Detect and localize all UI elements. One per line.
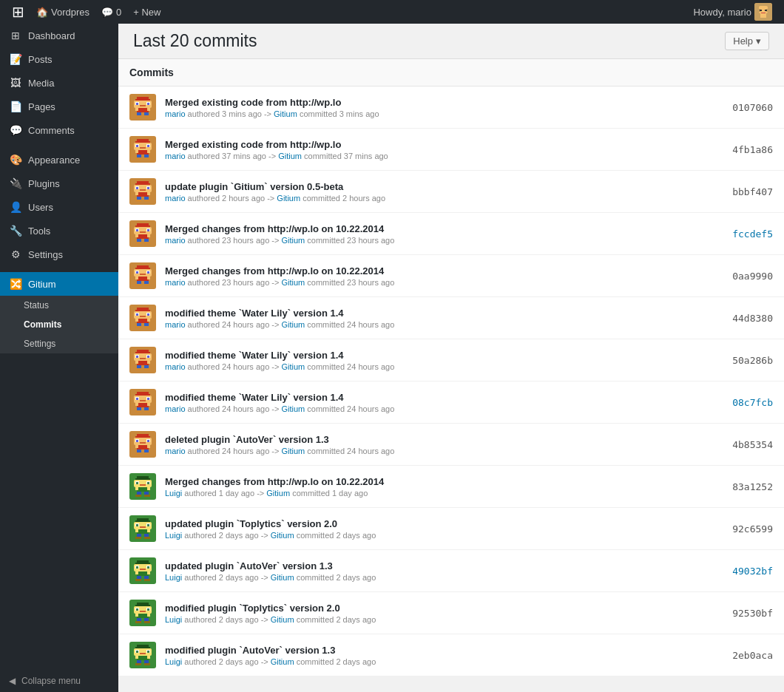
sidebar-item-users[interactable]: 👤 Users [0, 195, 118, 219]
commit-hash[interactable]: fccdef5 [721, 228, 773, 240]
sidebar-item-tools[interactable]: 🔧 Tools [0, 219, 118, 242]
commit-row[interactable]: modified plugin `AutoVer` version 1.3Lui… [118, 634, 784, 676]
commit-hash[interactable]: 08c7fcb [721, 397, 773, 408]
svg-rect-81 [137, 277, 149, 281]
commit-row[interactable]: Merged changes from http://wp.lo on 10.2… [118, 213, 784, 255]
commit-committer-link[interactable]: Gitium [271, 615, 294, 624]
commit-author-link[interactable]: mario [165, 447, 186, 455]
commit-author-link[interactable]: mario [165, 320, 186, 329]
commit-hash[interactable]: 83a1252 [721, 481, 773, 492]
submenu-item-commits[interactable]: Commits [0, 315, 118, 334]
commit-committer-link[interactable]: Gitium [281, 404, 305, 413]
commit-row[interactable]: Merged changes from http://wp.lo on 10.2… [118, 466, 784, 508]
svg-rect-66 [135, 234, 138, 237]
svg-rect-33 [137, 150, 149, 155]
collapse-menu-button[interactable]: ◀ Collapse menu [0, 670, 118, 692]
svg-rect-183 [144, 537, 150, 539]
commit-hash[interactable]: 92c6599 [721, 523, 773, 535]
svg-rect-132 [137, 407, 141, 410]
site-name-button[interactable]: 🏠 Vordpres [30, 0, 95, 24]
commit-committer-link[interactable]: Gitium [281, 362, 305, 371]
commit-hash[interactable]: bbbf407 [721, 186, 773, 197]
svg-rect-119 [144, 368, 150, 370]
svg-rect-154 [135, 478, 150, 480]
commit-author-link[interactable]: mario [165, 194, 186, 203]
commit-hash[interactable]: 92530bf [721, 608, 773, 619]
commit-author-link[interactable]: mario [165, 404, 186, 413]
sidebar-item-media[interactable]: 🖼 Media [0, 71, 118, 95]
commit-committer-link[interactable]: Gitium [281, 447, 305, 455]
svg-rect-230 [135, 663, 141, 665]
commit-author-link[interactable]: mario [165, 362, 186, 371]
commit-committer-link[interactable]: Gitium [278, 152, 302, 160]
commit-committer-link[interactable]: Gitium [274, 109, 297, 118]
commit-hash[interactable]: 4fb1a86 [721, 144, 773, 155]
user-howdy[interactable]: Howdy, mario [687, 0, 778, 24]
commit-row[interactable]: modified theme `Water Lily` version 1.4m… [118, 297, 784, 339]
sidebar-item-pages[interactable]: 📄 Pages [0, 95, 118, 118]
commit-row[interactable]: modified plugin `Toplytics` version 2.0L… [118, 592, 784, 634]
comments-button[interactable]: 💬 0 [95, 0, 127, 24]
commit-row[interactable]: update plugin `Gitium` version 0.5-betam… [118, 171, 784, 213]
wp-logo-button[interactable]: ⊞ [6, 0, 30, 24]
commit-title: Merged changes from http://wp.lo on 10.2… [165, 265, 712, 277]
svg-rect-20 [137, 112, 141, 115]
commit-committer-link[interactable]: Gitium [271, 573, 294, 582]
commit-author-link[interactable]: mario [165, 109, 186, 118]
commit-author-link[interactable]: Luigi [165, 615, 182, 624]
commit-row[interactable]: updated plugin `AutoVer` version 1.3Luig… [118, 550, 784, 592]
svg-rect-135 [144, 410, 150, 413]
submenu-item-settings[interactable]: Settings [0, 334, 118, 353]
commit-committer-link[interactable]: Gitium [281, 320, 305, 329]
commit-author-link[interactable]: mario [165, 278, 186, 287]
commit-committer-link[interactable]: Gitium [266, 489, 290, 498]
svg-rect-217 [137, 645, 149, 647]
commit-hash[interactable]: 49032bf [721, 566, 773, 577]
svg-rect-52 [137, 197, 141, 200]
sidebar-item-comments[interactable]: 💬 Comments [0, 118, 118, 142]
help-button[interactable]: Help ▾ [725, 32, 769, 50]
commit-author-link[interactable]: mario [165, 236, 186, 245]
commit-row[interactable]: Merged existing code from http://wp.loma… [118, 129, 784, 171]
commit-committer-link[interactable]: Gitium [281, 236, 305, 245]
commit-meta: Luigi authored 2 days ago -> Gitium comm… [165, 531, 712, 540]
sidebar-item-settings[interactable]: ⚙ Settings [0, 242, 118, 266]
commit-row[interactable]: modified theme `Water Lily` version 1.4m… [118, 381, 784, 424]
commit-title: Merged changes from http://wp.lo on 10.2… [165, 476, 712, 487]
commit-committer-link[interactable]: Gitium [271, 657, 294, 666]
sidebar-item-posts[interactable]: 📝 Posts [0, 47, 118, 71]
sidebar-item-gitium[interactable]: 🔀 Gitium [0, 272, 118, 296]
svg-rect-159 [147, 482, 149, 484]
commit-row[interactable]: updated plugin `Toplytics` version 2.0Lu… [118, 508, 784, 550]
submenu-item-status[interactable]: Status [0, 296, 118, 315]
commit-author-link[interactable]: Luigi [165, 657, 182, 666]
commit-committer-link[interactable]: Gitium [277, 194, 300, 203]
commit-committer-link[interactable]: Gitium [271, 531, 294, 540]
commit-row[interactable]: modified theme `Water Lily` version 1.4m… [118, 339, 784, 381]
commit-hash[interactable]: 2eb0aca [721, 650, 773, 661]
commit-hash[interactable]: 0aa9990 [721, 271, 773, 282]
commit-author-link[interactable]: Luigi [165, 489, 182, 498]
commit-row[interactable]: Merged changes from http://wp.lo on 10.2… [118, 255, 784, 297]
svg-rect-163 [147, 487, 150, 490]
commit-row[interactable]: deleted plugin `AutoVer` version 1.3mari… [118, 424, 784, 466]
commit-meta: Luigi authored 2 days ago -> Gitium comm… [165, 615, 712, 624]
commit-author-link[interactable]: Luigi [165, 573, 182, 582]
svg-rect-90 [135, 310, 150, 311]
commit-hash[interactable]: 4b85354 [721, 439, 773, 450]
commit-hash[interactable]: 44d8380 [721, 313, 773, 324]
commit-author-link[interactable]: Luigi [165, 531, 182, 540]
commit-hash[interactable]: 0107060 [721, 102, 773, 113]
commit-row[interactable]: Merged existing code from http://wp.loma… [118, 86, 784, 129]
commit-committer-link[interactable]: Gitium [281, 278, 305, 287]
svg-rect-87 [144, 284, 150, 286]
svg-rect-206 [136, 608, 138, 611]
svg-rect-175 [147, 524, 149, 526]
commit-author-link[interactable]: mario [165, 152, 186, 160]
sidebar-item-plugins[interactable]: 🔌 Plugins [0, 172, 118, 195]
new-content-button[interactable]: + New [127, 0, 166, 24]
commit-hash[interactable]: 50a286b [721, 355, 773, 366]
sidebar-item-dashboard[interactable]: ⊞ Dashboard [0, 24, 118, 47]
sidebar-item-appearance[interactable]: 🎨 Appearance [0, 148, 118, 172]
posts-icon: 📝 [9, 53, 22, 65]
